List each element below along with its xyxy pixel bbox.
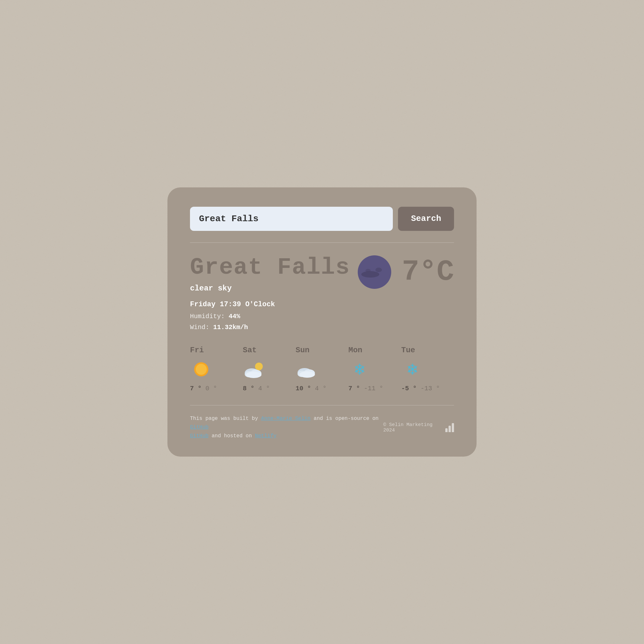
forecast-item-fri: Fri 7 ° 0 ° — [190, 346, 243, 392]
svg-point-2 — [375, 268, 382, 272]
moon-icon — [357, 254, 392, 290]
footer-text-before-link1: This page was built by — [190, 416, 261, 421]
search-button[interactable]: Search — [398, 207, 454, 231]
footer-link-github[interactable]: GitHub — [190, 424, 209, 430]
humidity-value: 44% — [229, 313, 240, 320]
forecast-section: Fri 7 ° 0 ° Sat — [190, 346, 454, 392]
current-temperature: 7°C — [402, 256, 454, 289]
footer-text-between: and is open-source on — [310, 416, 378, 421]
weather-datetime: Friday 17:39 O'Clock — [190, 300, 357, 308]
svg-point-5 — [196, 364, 207, 375]
svg-point-1 — [361, 271, 379, 278]
forecast-temps-sun: 10 ° 4 ° — [296, 385, 327, 392]
forecast-item-mon: Mon ❄ 7 ° -11 ° — [348, 346, 401, 392]
forecast-day-tue: Tue — [401, 346, 415, 355]
weather-info-right: 7°C — [357, 254, 454, 290]
forecast-icon-tue: ❄ — [401, 358, 424, 381]
svg-point-10 — [246, 372, 261, 378]
footer-link-author[interactable]: Anne-Marie Selin — [261, 416, 311, 421]
footer: This page was built by Anne-Marie Selin … — [190, 414, 454, 441]
bottom-divider — [190, 405, 454, 405]
city-name: Great Falls — [190, 254, 357, 281]
forecast-icon-sat — [243, 358, 265, 381]
footer-link-netlify[interactable]: GitHub — [190, 433, 209, 439]
snowflake-icon-mon: ❄ — [355, 359, 365, 380]
svg-point-14 — [299, 371, 315, 378]
bar-3 — [452, 423, 454, 432]
svg-point-3 — [365, 269, 371, 272]
footer-text-after-link2: and hosted on — [209, 433, 255, 439]
humidity-row: Humidity: 44% — [190, 311, 357, 322]
footer-link-netlify2[interactable]: Netlify — [255, 433, 277, 439]
top-divider — [190, 242, 454, 243]
humidity-label: Humidity: — [190, 313, 225, 320]
bar-2 — [449, 426, 451, 432]
weather-condition: clear sky — [190, 284, 357, 293]
snowflake-icon-tue: ❄ — [407, 359, 417, 380]
forecast-temps-tue: -5 ° -13 ° — [401, 385, 440, 392]
forecast-icon-fri — [190, 358, 213, 381]
svg-point-6 — [255, 363, 263, 370]
main-weather-section: Great Falls clear sky Friday 17:39 O'Clo… — [190, 254, 454, 333]
weather-info-left: Great Falls clear sky Friday 17:39 O'Clo… — [190, 254, 357, 333]
search-input[interactable] — [190, 207, 393, 231]
forecast-temps-sat: 8 ° 4 ° — [243, 385, 270, 392]
forecast-day-sun: Sun — [296, 346, 309, 355]
forecast-icon-mon: ❄ — [348, 358, 371, 381]
forecast-item-sat: Sat 8 ° 4 ° — [243, 346, 296, 392]
forecast-icon-sun — [296, 358, 318, 381]
wind-value: 11.32km/h — [213, 324, 248, 331]
footer-text: This page was built by Anne-Marie Selin … — [190, 414, 383, 441]
copyright-text: © Selin Marketing 2024 — [383, 422, 441, 433]
bar-chart-icon — [445, 423, 454, 432]
forecast-item-tue: Tue ❄ -5 ° -13 ° — [401, 346, 454, 392]
footer-right: © Selin Marketing 2024 — [383, 422, 454, 433]
forecast-day-sat: Sat — [243, 346, 257, 355]
wind-label: Wind: — [190, 324, 209, 331]
bar-1 — [445, 428, 448, 432]
search-row: Search — [190, 207, 454, 231]
forecast-day-mon: Mon — [348, 346, 362, 355]
weather-details: Humidity: 44% Wind: 11.32km/h — [190, 311, 357, 333]
forecast-temps-fri: 7 ° 0 ° — [190, 385, 217, 392]
forecast-day-fri: Fri — [190, 346, 204, 355]
wind-row: Wind: 11.32km/h — [190, 322, 357, 333]
forecast-item-sun: Sun 10 ° 4 ° — [296, 346, 348, 392]
weather-card: Search Great Falls clear sky Friday 17:3… — [167, 187, 477, 457]
forecast-temps-mon: 7 ° -11 ° — [348, 385, 383, 392]
